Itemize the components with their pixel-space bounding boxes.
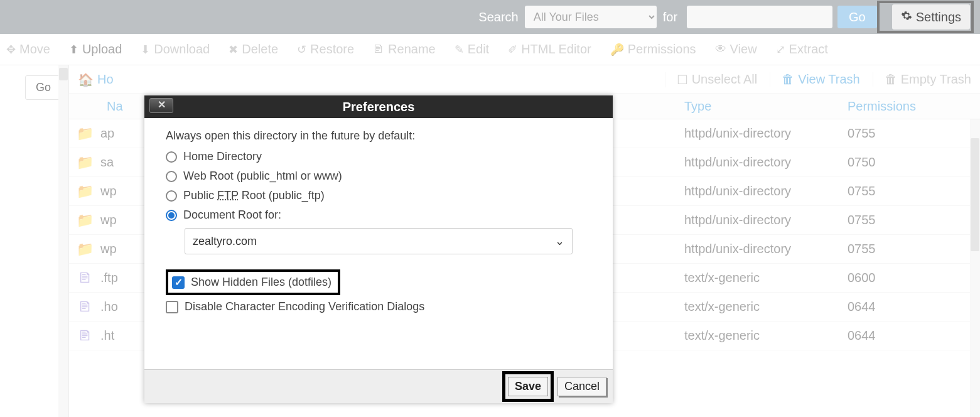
- permissions-button[interactable]: 🔑Permissions: [610, 42, 696, 57]
- search-label: Search: [478, 10, 518, 24]
- restore-icon: ↺: [297, 43, 306, 57]
- file-type: httpd/unix-directory: [684, 184, 848, 198]
- file-permissions: 0755: [848, 213, 935, 227]
- file-permissions: 0600: [848, 271, 935, 285]
- modal-footer: Save Cancel: [144, 369, 613, 403]
- radio-home-directory[interactable]: Home Directory: [166, 150, 591, 163]
- folder-icon: 📁: [69, 126, 100, 142]
- file-icon: 🖹: [69, 328, 100, 344]
- view-button[interactable]: 👁View: [715, 42, 757, 57]
- file-type: httpd/unix-directory: [684, 213, 848, 227]
- file-permissions: 0755: [848, 242, 935, 256]
- folder-icon: 📁: [69, 154, 100, 171]
- show-hidden-checkbox[interactable]: [172, 276, 185, 289]
- pref-heading: Always open this directory in the future…: [166, 129, 591, 143]
- radio-icon: [166, 151, 177, 163]
- extract-icon: ⤢: [776, 43, 785, 57]
- file-type: httpd/unix-directory: [684, 242, 848, 256]
- home-link[interactable]: 🏠Ho: [78, 72, 114, 87]
- file-icon: 🖹: [69, 270, 100, 286]
- delete-icon: ✖: [229, 43, 238, 57]
- edit-icon: ✎: [455, 43, 464, 57]
- file-type: httpd/unix-directory: [684, 155, 848, 170]
- disable-encoding-checkbox[interactable]: [166, 301, 178, 313]
- radio-web-root[interactable]: Web Root (public_html or www): [166, 170, 591, 183]
- rename-icon: 🖹: [373, 43, 384, 56]
- delete-button[interactable]: ✖Delete: [229, 42, 278, 57]
- file-permissions: 0755: [848, 126, 935, 141]
- file-permissions: 0644: [848, 300, 935, 314]
- settings-button[interactable]: Settings: [892, 4, 970, 30]
- file-icon: 🖹: [69, 299, 100, 315]
- home-icon: 🏠: [78, 72, 94, 87]
- sidebar-go-button[interactable]: Go: [25, 75, 62, 100]
- sidebar: Go: [0, 65, 69, 417]
- file-permissions: 0755: [848, 184, 935, 198]
- extract-button[interactable]: ⤢Extract: [776, 42, 828, 57]
- chevron-down-icon: ⌄: [555, 234, 564, 248]
- unselect-all-button[interactable]: ☐Unselect All: [665, 72, 758, 87]
- view-trash-button[interactable]: 🗑View Trash: [770, 72, 860, 87]
- html-editor-button[interactable]: ✐HTML Editor: [508, 42, 591, 57]
- file-type: text/x-generic: [684, 271, 848, 285]
- for-label: for: [663, 10, 677, 24]
- download-icon: ⬇: [141, 43, 150, 57]
- top-search-bar: Search All Your Files for Go Settings: [0, 0, 980, 34]
- search-input[interactable]: [687, 6, 832, 28]
- edit-button[interactable]: ✎Edit: [455, 42, 489, 57]
- modal-title: Preferences: [343, 100, 415, 114]
- html-editor-icon: ✐: [508, 43, 517, 57]
- folder-icon: 📁: [69, 241, 100, 257]
- radio-icon: [166, 210, 177, 221]
- radio-public-ftp[interactable]: Public FTP Root (public_ftp): [166, 189, 591, 202]
- file-type: httpd/unix-directory: [684, 126, 848, 141]
- domain-select[interactable]: zealtyro.com ⌄: [185, 228, 573, 254]
- action-bar: 🏠Ho ☐Unselect All 🗑View Trash 🗑Empty Tra…: [69, 65, 980, 94]
- sidebar-scrollbar[interactable]: [58, 65, 68, 417]
- show-hidden-label: Show Hidden Files (dotfiles): [191, 276, 331, 289]
- upload-icon: ⬆: [69, 43, 78, 57]
- radio-icon: [166, 171, 177, 182]
- folder-icon: 📁: [69, 212, 100, 229]
- file-permissions: 0750: [848, 155, 935, 170]
- folder-icon: 📁: [69, 183, 100, 200]
- search-scope-select[interactable]: All Your Files: [525, 6, 657, 28]
- file-type: text/x-generic: [684, 328, 848, 343]
- save-button[interactable]: Save: [508, 377, 548, 396]
- upload-button[interactable]: ⬆Upload: [69, 42, 122, 57]
- trash-icon: 🗑: [885, 72, 897, 87]
- radio-document-root[interactable]: Document Root for:: [166, 208, 591, 222]
- preferences-modal: ✕ Preferences Always open this directory…: [144, 95, 613, 403]
- col-type[interactable]: Type: [684, 99, 848, 114]
- file-type: text/x-generic: [684, 300, 848, 314]
- search-go-button[interactable]: Go: [837, 6, 877, 28]
- settings-label: Settings: [916, 10, 961, 24]
- modal-close-button[interactable]: ✕: [149, 98, 173, 113]
- file-toolbar: ✥Move ⬆Upload ⬇Download ✖Delete ↺Restore…: [0, 34, 980, 65]
- col-permissions[interactable]: Permissions: [848, 99, 935, 114]
- empty-trash-button[interactable]: 🗑Empty Trash: [873, 72, 971, 87]
- gear-icon: [901, 10, 912, 24]
- file-permissions: 0644: [848, 328, 935, 343]
- checkbox-icon: ☐: [677, 72, 688, 87]
- content-scrollbar[interactable]: [970, 119, 980, 417]
- move-button[interactable]: ✥Move: [6, 42, 50, 57]
- key-icon: 🔑: [610, 43, 624, 57]
- eye-icon: 👁: [715, 43, 726, 56]
- restore-button[interactable]: ↺Restore: [297, 42, 354, 57]
- rename-button[interactable]: 🖹Rename: [373, 42, 436, 57]
- disable-encoding-row[interactable]: Disable Character Encoding Verification …: [166, 300, 591, 313]
- modal-title-bar: ✕ Preferences: [144, 95, 613, 118]
- trash-icon: 🗑: [782, 72, 794, 87]
- radio-icon: [166, 190, 177, 202]
- cancel-button[interactable]: Cancel: [557, 377, 606, 396]
- download-button[interactable]: ⬇Download: [141, 42, 210, 57]
- move-icon: ✥: [6, 43, 16, 57]
